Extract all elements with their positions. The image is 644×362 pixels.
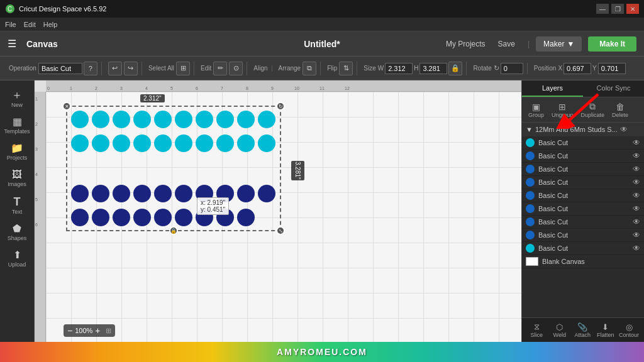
slice-button[interactable]: ⧖ Slice (526, 321, 548, 339)
lock-aspect-icon[interactable]: 🔒 (448, 62, 462, 75)
layer-visibility-icon[interactable]: 👁 (633, 191, 640, 200)
layer-visibility-icon[interactable]: 👁 (633, 204, 640, 213)
undo-button[interactable]: ↩ (108, 62, 122, 75)
flip-label: Flip (327, 65, 337, 72)
duplicate-button[interactable]: ⧉ Duplicate (579, 100, 608, 119)
edit-sub-button[interactable]: ⊙ (229, 62, 243, 75)
canvas-area[interactable]: 0 1 2 3 4 5 6 7 8 9 10 11 12 1 2 3 4 5 6 (35, 80, 521, 342)
fit-view-icon[interactable]: ⊞ (106, 327, 111, 335)
list-item[interactable]: Basic Cut 👁 (522, 189, 644, 202)
tab-layers[interactable]: Layers (522, 80, 583, 97)
size-w-input[interactable] (385, 63, 413, 74)
select-all-button[interactable]: ⊞ (176, 62, 190, 75)
sidebar-item-projects[interactable]: 📁 Projects (1, 140, 33, 165)
tab-color-sync[interactable]: Color Sync (583, 80, 644, 97)
attach-button[interactable]: 📎 Attach (572, 321, 594, 339)
group-button[interactable]: ▣ Group (526, 101, 547, 119)
close-handle[interactable]: ✕ (62, 102, 71, 111)
save-button[interactable]: Save (492, 37, 521, 51)
menu-file[interactable]: File (5, 21, 16, 28)
zoom-out-button[interactable]: − (67, 326, 72, 336)
layer-visibility-icon[interactable]: 👁 (633, 217, 640, 226)
sidebar-item-upload[interactable]: ⬆ Upload (1, 246, 33, 272)
sidebar-item-shapes[interactable]: ⬟ Shapes (1, 220, 33, 245)
text-icon: T (14, 196, 21, 207)
layer-name: Basic Cut (538, 178, 629, 186)
size-label: Size (364, 65, 375, 72)
undo-redo-group: ↩ ↪ (104, 62, 142, 75)
canvas-bg[interactable]: 2.312" 3.281" (46, 92, 521, 342)
top-nav: ☰ Canvas Untitled* My Projects Save | Ma… (0, 31, 644, 57)
layer-visibility-icon[interactable]: 👁 (633, 151, 640, 160)
pos-y-input[interactable] (598, 63, 626, 74)
arrange-group: Arrange ⧉ (275, 62, 321, 75)
layer-list[interactable]: ▼ 12Mm And 6Mm Studs S... 👁 Basic Cut 👁 … (522, 123, 644, 317)
dimension-width-label: 2.312" (140, 94, 165, 102)
layer-group-header[interactable]: ▼ 12Mm And 6Mm Studs S... 👁 (522, 123, 644, 136)
list-item[interactable]: Basic Cut 👁 (522, 216, 644, 229)
layer-color-dot (526, 151, 535, 160)
flip-button[interactable]: ⇅ (339, 62, 353, 75)
flatten-button[interactable]: ⬇ Flatten (595, 321, 617, 339)
operation-input[interactable] (38, 63, 82, 74)
layer-name: Basic Cut (538, 218, 629, 226)
delete-label: Delete (612, 112, 628, 118)
layer-color-dot (526, 204, 535, 213)
list-item[interactable]: Basic Cut 👁 (522, 150, 644, 163)
my-projects-button[interactable]: My Projects (446, 40, 486, 48)
size-h-input[interactable] (419, 63, 447, 74)
rotate-handle[interactable]: ↻ (276, 102, 285, 111)
duplicate-icon: ⧉ (589, 101, 596, 112)
sidebar-item-new[interactable]: ＋ New (1, 85, 33, 112)
sidebar-templates-label: Templates (4, 128, 30, 134)
menu-bar: File Edit Help (0, 18, 644, 31)
blank-canvas-swatch (526, 257, 538, 266)
maker-button[interactable]: Maker ▼ (536, 36, 582, 52)
pos-x-input[interactable] (564, 63, 591, 74)
sidebar-item-images[interactable]: 🖼 Images (1, 166, 33, 191)
rotate-input[interactable] (501, 63, 523, 74)
edit-button[interactable]: ✏ (213, 62, 227, 75)
attach-label: Attach (574, 332, 591, 338)
list-item[interactable]: Basic Cut 👁 (522, 242, 644, 255)
list-item[interactable]: Basic Cut 👁 (522, 229, 644, 242)
layer-visibility-icon[interactable]: 👁 (633, 138, 640, 147)
lock-handle[interactable]: 🔒 (169, 226, 178, 235)
sidebar-item-templates[interactable]: ▦ Templates (1, 113, 33, 138)
zoom-in-button[interactable]: + (95, 326, 100, 336)
sidebar-item-text[interactable]: T Text (1, 192, 33, 219)
layer-color-dot (526, 217, 535, 226)
list-item[interactable]: Basic Cut 👁 (522, 176, 644, 189)
redo-button[interactable]: ↪ (124, 62, 138, 75)
layer-visibility-icon[interactable]: 👁 (633, 178, 640, 187)
weld-icon: ⬡ (556, 322, 563, 332)
resize-handle[interactable]: ⤡ (276, 226, 285, 235)
list-item[interactable]: Basic Cut 👁 (522, 202, 644, 216)
panel-bottom: ⧖ Slice ⬡ Weld 📎 Attach ⬇ Flatten ◎ Cont… (522, 317, 644, 342)
contour-button[interactable]: ◎ Contour (618, 321, 640, 339)
make-it-button[interactable]: Make It (588, 36, 636, 52)
weld-button[interactable]: ⬡ Weld (549, 321, 571, 339)
left-sidebar: ＋ New ▦ Templates 📁 Projects 🖼 Images T … (0, 80, 35, 342)
hamburger-menu[interactable]: ☰ (8, 38, 16, 50)
minimize-button[interactable]: — (596, 4, 609, 14)
zoom-level: 100% (75, 327, 92, 334)
list-item[interactable]: Basic Cut 👁 (522, 136, 644, 150)
group-visibility[interactable]: 👁 (620, 125, 628, 134)
xy-tooltip: x: 2.919" y: 0.451" (197, 197, 229, 215)
site-text: AMYROMEU.COM (277, 347, 367, 357)
close-button[interactable]: ✕ (626, 4, 639, 14)
menu-edit[interactable]: Edit (24, 21, 36, 28)
operation-help[interactable]: ? (84, 62, 97, 75)
position-label: Position (534, 65, 557, 72)
arrange-button[interactable]: ⧉ (303, 62, 316, 75)
list-item[interactable]: Basic Cut 👁 (522, 163, 644, 176)
layer-visibility-icon[interactable]: 👁 (633, 244, 640, 253)
layer-visibility-icon[interactable]: 👁 (633, 165, 640, 173)
rotate-label: Rotate (473, 65, 491, 72)
restore-button[interactable]: ❐ (611, 4, 624, 14)
delete-button[interactable]: 🗑 Delete (609, 101, 631, 119)
ungroup-button[interactable]: ⊞ Ungroup (549, 101, 576, 119)
layer-visibility-icon[interactable]: 👁 (633, 231, 640, 239)
menu-help[interactable]: Help (43, 21, 58, 28)
